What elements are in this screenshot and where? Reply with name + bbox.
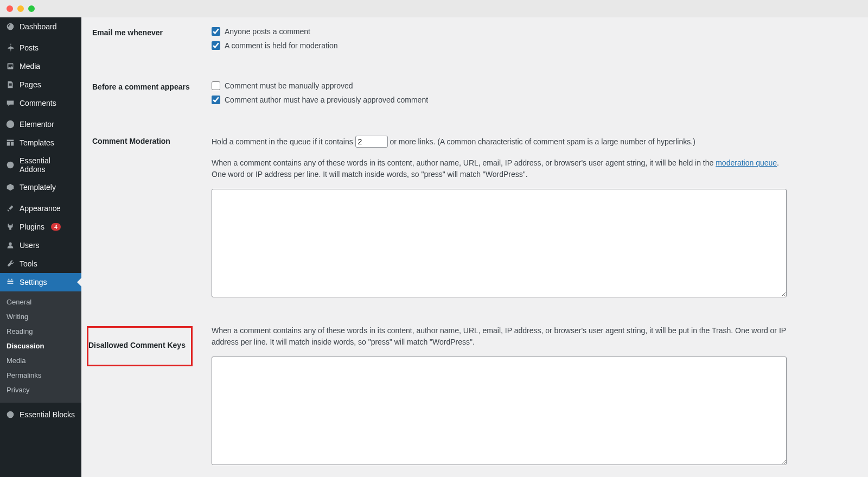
- essential-addons-icon: [5, 160, 15, 170]
- email-whenever-row: Email me whenever Anyone posts a comment…: [92, 17, 857, 55]
- highlight-annotation: Disallowed Comment Keys: [87, 326, 193, 366]
- submenu-permalinks[interactable]: Permalinks: [0, 368, 81, 383]
- before-comment-label: Before a comment appears: [92, 81, 212, 91]
- plugin-update-badge: 4: [51, 223, 61, 231]
- sidebar-item-label: Media: [20, 62, 40, 71]
- admin-sidebar: Dashboard Posts Media Pages Commen: [0, 17, 81, 477]
- wrench-icon: [5, 259, 15, 269]
- sidebar-item-label: Users: [20, 241, 40, 250]
- sidebar-item-label: Essential Addons: [20, 156, 76, 174]
- sidebar-item-posts[interactable]: Posts: [0, 39, 81, 57]
- settings-icon: [5, 277, 15, 287]
- sidebar-item-label: Essential Blocks: [20, 410, 75, 419]
- hold-prefix-text: Hold a comment in the queue if it contai…: [212, 137, 353, 146]
- submenu-privacy[interactable]: Privacy: [0, 383, 81, 397]
- sidebar-item-users[interactable]: Users: [0, 236, 81, 255]
- brush-icon: [5, 203, 15, 213]
- pin-icon: [5, 43, 15, 53]
- sidebar-item-label: Templately: [20, 183, 56, 192]
- disallowed-keys-row: Disallowed Comment Keys When a comment c…: [92, 315, 857, 467]
- manual-approve-option[interactable]: Comment must be manually approved: [212, 81, 857, 90]
- svg-point-2: [7, 411, 14, 418]
- window-titlebar: [0, 0, 868, 17]
- checkbox-label: Comment author must have a previously ap…: [225, 96, 428, 104]
- elementor-icon: [5, 119, 15, 129]
- user-icon: [5, 240, 15, 250]
- comment-moderation-row: Comment Moderation Hold a comment in the…: [92, 126, 857, 299]
- sidebar-item-pages[interactable]: Pages: [0, 75, 81, 94]
- checkbox-label: Anyone posts a comment: [225, 27, 310, 36]
- sidebar-item-label: Plugins: [20, 222, 44, 231]
- prev-approved-checkbox[interactable]: [212, 96, 220, 104]
- prev-approved-option[interactable]: Comment author must have a previously ap…: [212, 96, 857, 104]
- submenu-writing[interactable]: Writing: [0, 309, 81, 324]
- sidebar-item-appearance[interactable]: Appearance: [0, 199, 81, 218]
- before-comment-row: Before a comment appears Comment must be…: [92, 72, 857, 110]
- page-icon: [5, 80, 15, 90]
- sidebar-item-essential-addons[interactable]: Essential Addons: [0, 152, 81, 178]
- submenu-reading[interactable]: Reading: [0, 324, 81, 339]
- settings-submenu: General Writing Reading Discussion Media…: [0, 291, 81, 403]
- moderation-keys-description: When a comment contains any of these wor…: [212, 157, 792, 180]
- sidebar-item-label: Appearance: [20, 204, 61, 213]
- email-anyone-posts-option[interactable]: Anyone posts a comment: [212, 27, 857, 36]
- sidebar-item-label: Posts: [20, 43, 39, 52]
- comment-icon: [5, 98, 15, 108]
- sidebar-item-label: Comments: [20, 99, 56, 107]
- plug-icon: [5, 222, 15, 232]
- sidebar-item-elementor[interactable]: Elementor: [0, 115, 81, 133]
- sidebar-item-label: Dashboard: [20, 22, 57, 31]
- minimize-window-icon[interactable]: [17, 5, 24, 12]
- main-content: Email me whenever Anyone posts a comment…: [81, 17, 868, 477]
- moderation-keys-textarea[interactable]: [212, 189, 787, 297]
- sidebar-item-comments[interactable]: Comments: [0, 94, 81, 112]
- close-window-icon[interactable]: [7, 5, 13, 12]
- sidebar-item-dashboard[interactable]: Dashboard: [0, 17, 81, 36]
- svg-point-0: [7, 120, 14, 128]
- dashboard-icon: [5, 22, 15, 31]
- sidebar-item-label: Settings: [20, 278, 47, 287]
- manual-approve-checkbox[interactable]: [212, 81, 220, 90]
- sidebar-item-label: Tools: [20, 259, 37, 268]
- media-icon: [5, 61, 15, 71]
- disallowed-keys-textarea[interactable]: [212, 357, 787, 465]
- disallowed-keys-label-wrapper: Disallowed Comment Keys: [92, 325, 212, 366]
- templately-icon: [5, 182, 15, 192]
- moderation-queue-link[interactable]: moderation queue: [716, 158, 777, 167]
- sidebar-item-tools[interactable]: Tools: [0, 255, 81, 273]
- sidebar-item-templately[interactable]: Templately: [0, 178, 81, 196]
- maximize-window-icon[interactable]: [28, 5, 35, 12]
- email-held-moderation-option[interactable]: A comment is held for moderation: [212, 41, 857, 50]
- svg-point-1: [7, 162, 14, 169]
- checkbox-label: A comment is held for moderation: [225, 41, 338, 50]
- sidebar-item-media[interactable]: Media: [0, 57, 81, 75]
- checkbox-label: Comment must be manually approved: [225, 81, 353, 90]
- sidebar-item-essential-blocks[interactable]: Essential Blocks: [0, 405, 81, 424]
- sidebar-item-templates[interactable]: Templates: [0, 133, 81, 152]
- disallowed-keys-label: Disallowed Comment Keys: [88, 341, 186, 349]
- sidebar-item-label: Elementor: [20, 120, 54, 129]
- submenu-discussion[interactable]: Discussion: [0, 339, 81, 353]
- hold-suffix-text: or more links. (A common characteristic …: [390, 137, 695, 146]
- sidebar-item-settings[interactable]: Settings: [0, 273, 81, 291]
- essential-blocks-icon: [5, 410, 15, 419]
- submenu-media[interactable]: Media: [0, 353, 81, 368]
- sidebar-item-label: Pages: [20, 80, 41, 89]
- email-whenever-label: Email me whenever: [92, 27, 212, 37]
- max-links-input[interactable]: [355, 136, 388, 148]
- email-held-moderation-checkbox[interactable]: [212, 41, 220, 50]
- sidebar-item-label: Templates: [20, 138, 54, 147]
- template-icon: [5, 138, 15, 148]
- disallowed-keys-description: When a comment contains any of these wor…: [212, 325, 792, 348]
- comment-moderation-label: Comment Moderation: [92, 136, 212, 145]
- submenu-general[interactable]: General: [0, 295, 81, 309]
- sidebar-item-plugins[interactable]: Plugins 4: [0, 218, 81, 236]
- email-anyone-posts-checkbox[interactable]: [212, 27, 220, 36]
- hold-links-description: Hold a comment in the queue if it contai…: [212, 136, 792, 148]
